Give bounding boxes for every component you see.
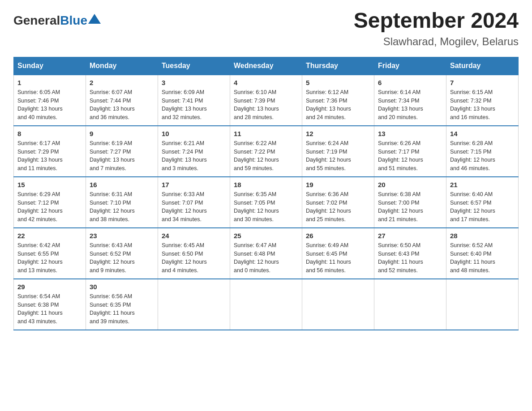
calendar-table: SundayMondayTuesdayWednesdayThursdayFrid… xyxy=(13,57,519,330)
day-number: 3 xyxy=(162,79,226,86)
calendar-cell: 27Sunrise: 6:50 AM Sunset: 6:43 PM Dayli… xyxy=(374,228,446,279)
calendar-cell: 7Sunrise: 6:15 AM Sunset: 7:32 PM Daylig… xyxy=(446,75,519,126)
day-number: 25 xyxy=(234,232,298,240)
calendar-cell: 9Sunrise: 6:19 AM Sunset: 7:27 PM Daylig… xyxy=(86,126,158,177)
day-info: Sunrise: 6:14 AM Sunset: 7:34 PM Dayligh… xyxy=(378,88,442,122)
calendar-cell: 4Sunrise: 6:10 AM Sunset: 7:39 PM Daylig… xyxy=(230,75,302,126)
calendar-cell xyxy=(374,279,446,330)
day-number: 7 xyxy=(450,79,515,86)
calendar-cell: 1Sunrise: 6:05 AM Sunset: 7:46 PM Daylig… xyxy=(14,75,86,126)
day-number: 30 xyxy=(90,283,154,291)
calendar-week-row: 8Sunrise: 6:17 AM Sunset: 7:29 PM Daylig… xyxy=(14,126,519,177)
calendar-title: September 2024 xyxy=(354,9,519,33)
day-number: 21 xyxy=(450,181,515,188)
calendar-cell: 14Sunrise: 6:28 AM Sunset: 7:15 PM Dayli… xyxy=(446,126,519,177)
day-info: Sunrise: 6:05 AM Sunset: 7:46 PM Dayligh… xyxy=(17,88,82,122)
title-area: September 2024 Slawharad, Mogilev, Belar… xyxy=(354,9,519,48)
day-number: 9 xyxy=(90,130,154,137)
day-info: Sunrise: 6:21 AM Sunset: 7:24 PM Dayligh… xyxy=(162,139,226,173)
day-number: 6 xyxy=(378,79,442,86)
day-number: 12 xyxy=(306,130,370,137)
day-number: 24 xyxy=(162,232,226,240)
day-info: Sunrise: 6:35 AM Sunset: 7:05 PM Dayligh… xyxy=(234,190,298,224)
weekday-header-friday: Friday xyxy=(374,57,446,75)
day-number: 4 xyxy=(234,79,298,86)
day-number: 27 xyxy=(378,232,442,240)
weekday-header-wednesday: Wednesday xyxy=(230,57,302,75)
day-number: 15 xyxy=(17,181,82,188)
calendar-cell: 6Sunrise: 6:14 AM Sunset: 7:34 PM Daylig… xyxy=(374,75,446,126)
calendar-cell: 21Sunrise: 6:40 AM Sunset: 6:57 PM Dayli… xyxy=(446,177,519,228)
day-info: Sunrise: 6:54 AM Sunset: 6:38 PM Dayligh… xyxy=(17,292,82,326)
calendar-cell: 15Sunrise: 6:29 AM Sunset: 7:12 PM Dayli… xyxy=(14,177,86,228)
day-number: 28 xyxy=(450,232,515,240)
day-number: 16 xyxy=(90,181,154,188)
logo-triangle-icon xyxy=(88,14,101,24)
day-number: 2 xyxy=(90,79,154,86)
weekday-header-saturday: Saturday xyxy=(446,57,519,75)
day-info: Sunrise: 6:15 AM Sunset: 7:32 PM Dayligh… xyxy=(450,88,515,122)
day-info: Sunrise: 6:38 AM Sunset: 7:00 PM Dayligh… xyxy=(378,190,442,224)
day-number: 22 xyxy=(17,232,82,240)
calendar-week-row: 22Sunrise: 6:42 AM Sunset: 6:55 PM Dayli… xyxy=(14,228,519,279)
calendar-cell: 25Sunrise: 6:47 AM Sunset: 6:48 PM Dayli… xyxy=(230,228,302,279)
calendar-cell xyxy=(158,279,230,330)
day-info: Sunrise: 6:47 AM Sunset: 6:48 PM Dayligh… xyxy=(234,241,298,275)
day-info: Sunrise: 6:10 AM Sunset: 7:39 PM Dayligh… xyxy=(234,88,298,122)
day-number: 19 xyxy=(306,181,370,188)
day-number: 8 xyxy=(17,130,82,137)
calendar-week-row: 1Sunrise: 6:05 AM Sunset: 7:46 PM Daylig… xyxy=(14,75,519,126)
day-info: Sunrise: 6:56 AM Sunset: 6:35 PM Dayligh… xyxy=(90,292,154,326)
calendar-week-row: 29Sunrise: 6:54 AM Sunset: 6:38 PM Dayli… xyxy=(14,279,519,330)
calendar-cell: 10Sunrise: 6:21 AM Sunset: 7:24 PM Dayli… xyxy=(158,126,230,177)
calendar-cell: 30Sunrise: 6:56 AM Sunset: 6:35 PM Dayli… xyxy=(86,279,158,330)
calendar-cell: 3Sunrise: 6:09 AM Sunset: 7:41 PM Daylig… xyxy=(158,75,230,126)
day-info: Sunrise: 6:31 AM Sunset: 7:10 PM Dayligh… xyxy=(90,190,154,224)
day-info: Sunrise: 6:28 AM Sunset: 7:15 PM Dayligh… xyxy=(450,139,515,173)
calendar-cell: 12Sunrise: 6:24 AM Sunset: 7:19 PM Dayli… xyxy=(302,126,374,177)
day-info: Sunrise: 6:42 AM Sunset: 6:55 PM Dayligh… xyxy=(17,241,82,275)
day-info: Sunrise: 6:40 AM Sunset: 6:57 PM Dayligh… xyxy=(450,190,515,224)
day-info: Sunrise: 6:45 AM Sunset: 6:50 PM Dayligh… xyxy=(162,241,226,275)
calendar-cell xyxy=(446,279,519,330)
day-info: Sunrise: 6:33 AM Sunset: 7:07 PM Dayligh… xyxy=(162,190,226,224)
day-info: Sunrise: 6:24 AM Sunset: 7:19 PM Dayligh… xyxy=(306,139,370,173)
logo-general: General xyxy=(13,13,60,27)
logo-text: GeneralBlue xyxy=(13,13,101,28)
day-info: Sunrise: 6:43 AM Sunset: 6:52 PM Dayligh… xyxy=(90,241,154,275)
day-info: Sunrise: 6:09 AM Sunset: 7:41 PM Dayligh… xyxy=(162,88,226,122)
weekday-header-row: SundayMondayTuesdayWednesdayThursdayFrid… xyxy=(14,57,519,75)
calendar-cell: 29Sunrise: 6:54 AM Sunset: 6:38 PM Dayli… xyxy=(14,279,86,330)
day-info: Sunrise: 6:50 AM Sunset: 6:43 PM Dayligh… xyxy=(378,241,442,275)
weekday-header-monday: Monday xyxy=(86,57,158,75)
logo: GeneralBlue xyxy=(13,13,101,28)
calendar-subtitle: Slawharad, Mogilev, Belarus xyxy=(354,35,519,48)
calendar-cell: 23Sunrise: 6:43 AM Sunset: 6:52 PM Dayli… xyxy=(86,228,158,279)
calendar-cell: 26Sunrise: 6:49 AM Sunset: 6:45 PM Dayli… xyxy=(302,228,374,279)
day-number: 23 xyxy=(90,232,154,240)
day-info: Sunrise: 6:36 AM Sunset: 7:02 PM Dayligh… xyxy=(306,190,370,224)
day-info: Sunrise: 6:26 AM Sunset: 7:17 PM Dayligh… xyxy=(378,139,442,173)
day-info: Sunrise: 6:12 AM Sunset: 7:36 PM Dayligh… xyxy=(306,88,370,122)
calendar-cell: 5Sunrise: 6:12 AM Sunset: 7:36 PM Daylig… xyxy=(302,75,374,126)
calendar-cell: 20Sunrise: 6:38 AM Sunset: 7:00 PM Dayli… xyxy=(374,177,446,228)
day-info: Sunrise: 6:52 AM Sunset: 6:40 PM Dayligh… xyxy=(450,241,515,275)
calendar-cell: 19Sunrise: 6:36 AM Sunset: 7:02 PM Dayli… xyxy=(302,177,374,228)
calendar-cell: 11Sunrise: 6:22 AM Sunset: 7:22 PM Dayli… xyxy=(230,126,302,177)
calendar-cell: 17Sunrise: 6:33 AM Sunset: 7:07 PM Dayli… xyxy=(158,177,230,228)
day-info: Sunrise: 6:49 AM Sunset: 6:45 PM Dayligh… xyxy=(306,241,370,275)
day-number: 14 xyxy=(450,130,515,137)
calendar-cell: 18Sunrise: 6:35 AM Sunset: 7:05 PM Dayli… xyxy=(230,177,302,228)
weekday-header-sunday: Sunday xyxy=(14,57,86,75)
calendar-cell xyxy=(230,279,302,330)
day-info: Sunrise: 6:07 AM Sunset: 7:44 PM Dayligh… xyxy=(90,88,154,122)
day-info: Sunrise: 6:29 AM Sunset: 7:12 PM Dayligh… xyxy=(17,190,82,224)
calendar-cell xyxy=(302,279,374,330)
day-number: 11 xyxy=(234,130,298,137)
calendar-cell: 28Sunrise: 6:52 AM Sunset: 6:40 PM Dayli… xyxy=(446,228,519,279)
calendar-cell: 22Sunrise: 6:42 AM Sunset: 6:55 PM Dayli… xyxy=(14,228,86,279)
day-number: 18 xyxy=(234,181,298,188)
day-info: Sunrise: 6:22 AM Sunset: 7:22 PM Dayligh… xyxy=(234,139,298,173)
calendar-cell: 16Sunrise: 6:31 AM Sunset: 7:10 PM Dayli… xyxy=(86,177,158,228)
calendar-cell: 24Sunrise: 6:45 AM Sunset: 6:50 PM Dayli… xyxy=(158,228,230,279)
